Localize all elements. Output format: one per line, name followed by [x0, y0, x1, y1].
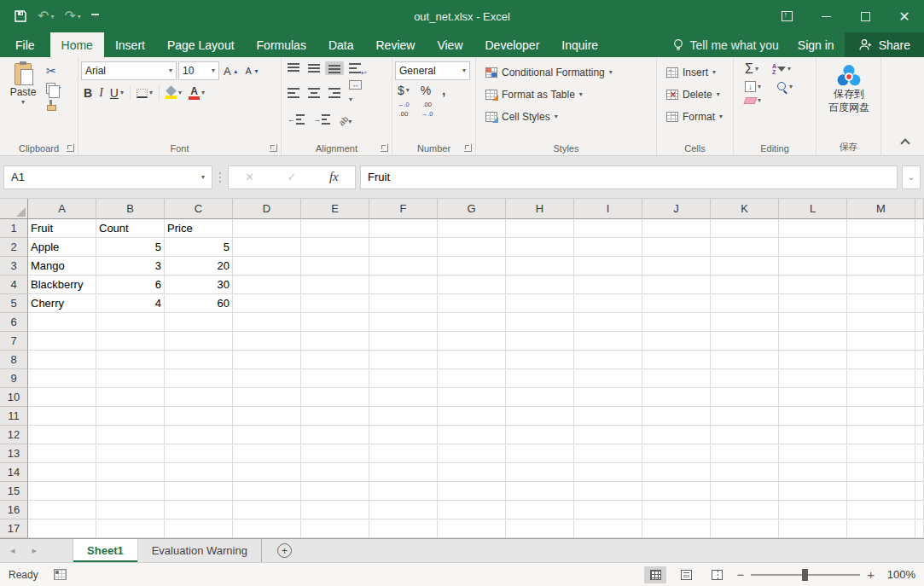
cell-I2[interactable] — [574, 238, 642, 257]
save-icon[interactable] — [14, 9, 27, 23]
cell-F17[interactable] — [369, 519, 438, 538]
column-header-M[interactable]: M — [847, 199, 915, 219]
cell-J1[interactable] — [642, 219, 711, 238]
cell-F14[interactable] — [369, 463, 438, 482]
cell-H3[interactable] — [506, 257, 574, 276]
sheet-nav-right-icon[interactable]: ▸ — [32, 545, 38, 556]
cell-F13[interactable] — [369, 444, 438, 463]
zoom-out-button[interactable]: − — [736, 568, 744, 581]
cell-E17[interactable] — [301, 519, 369, 538]
cell-M4[interactable] — [847, 276, 915, 294]
column-header-C[interactable]: C — [165, 199, 233, 219]
expand-formula-bar-button[interactable]: ⌄ — [902, 165, 921, 189]
increase-font-size-button[interactable]: A▲ — [221, 64, 241, 78]
cell-D5[interactable] — [233, 294, 301, 313]
undo-button[interactable]: ↶▾ — [38, 9, 54, 23]
cell-I17[interactable] — [574, 519, 642, 538]
cell-F4[interactable] — [369, 276, 438, 294]
sign-in-button[interactable]: Sign in — [787, 32, 845, 57]
align-right-button[interactable] — [325, 86, 344, 100]
normal-view-button[interactable] — [644, 566, 666, 583]
cell-K17[interactable] — [711, 519, 779, 538]
insert-function-icon[interactable]: fx — [329, 170, 339, 184]
cell-L16[interactable] — [779, 501, 847, 519]
cell-M16[interactable] — [847, 501, 915, 519]
cell-J15[interactable] — [642, 482, 711, 501]
cell-G6[interactable] — [438, 313, 506, 332]
zoom-level[interactable]: 100% — [883, 568, 915, 581]
column-header-L[interactable]: L — [779, 199, 847, 219]
cell-F5[interactable] — [369, 294, 438, 313]
cell-J14[interactable] — [642, 463, 711, 482]
minimize-button[interactable] — [806, 0, 846, 32]
cell-M11[interactable] — [847, 407, 915, 426]
merge-center-button[interactable]: ↔▾ — [346, 78, 365, 107]
cell-B16[interactable] — [96, 501, 165, 519]
cell-H2[interactable] — [506, 238, 574, 257]
cell-E6[interactable] — [301, 313, 369, 332]
cell-F12[interactable] — [369, 426, 438, 444]
cell-G10[interactable] — [438, 388, 506, 407]
cell-C5[interactable]: 60 — [165, 294, 233, 313]
cell-B1[interactable]: Count — [96, 219, 165, 238]
tab-formulas[interactable]: Formulas — [246, 32, 317, 57]
tab-page-layout[interactable]: Page Layout — [156, 32, 246, 57]
cell-B15[interactable] — [96, 482, 165, 501]
cell-J8[interactable] — [642, 351, 711, 369]
cell-K3[interactable] — [711, 257, 779, 276]
cell-D2[interactable] — [233, 238, 301, 257]
cell-G2[interactable] — [438, 238, 506, 257]
column-header-F[interactable]: F — [369, 199, 438, 219]
cell-A10[interactable] — [28, 388, 96, 407]
cell-I16[interactable] — [574, 501, 642, 519]
cell-A17[interactable] — [28, 519, 96, 538]
cell-A12[interactable] — [28, 426, 96, 444]
cell-F15[interactable] — [369, 482, 438, 501]
cell-M12[interactable] — [847, 426, 915, 444]
cell-D10[interactable] — [233, 388, 301, 407]
cell-M8[interactable] — [847, 351, 915, 369]
cell-G12[interactable] — [438, 426, 506, 444]
cell-I12[interactable] — [574, 426, 642, 444]
cell-C8[interactable] — [165, 351, 233, 369]
cell-K14[interactable] — [711, 463, 779, 482]
cell-F2[interactable] — [369, 238, 438, 257]
cell-K4[interactable] — [711, 276, 779, 294]
font-color-button[interactable]: A▾ — [186, 85, 207, 101]
cell-E16[interactable] — [301, 501, 369, 519]
center-button[interactable] — [305, 86, 323, 100]
cell-A6[interactable] — [28, 313, 96, 332]
share-button[interactable]: Share — [845, 32, 924, 57]
column-header-G[interactable]: G — [438, 199, 506, 219]
tell-me-box[interactable]: Tell me what you — [664, 32, 787, 57]
cell-J13[interactable] — [642, 444, 711, 463]
row-header-15[interactable]: 15 — [0, 482, 28, 501]
cell-H5[interactable] — [506, 294, 574, 313]
row-header-13[interactable]: 13 — [0, 444, 28, 463]
delete-cells-button[interactable]: Delete▾ — [664, 84, 730, 106]
cell-H7[interactable] — [506, 332, 574, 351]
cell-E12[interactable] — [301, 426, 369, 444]
bottom-align-button[interactable] — [325, 61, 344, 75]
cell-I13[interactable] — [574, 444, 642, 463]
cell-J12[interactable] — [642, 426, 711, 444]
cell-L9[interactable] — [779, 369, 847, 388]
column-header-K[interactable]: K — [711, 199, 779, 219]
cell-G14[interactable] — [438, 463, 506, 482]
cell-K7[interactable] — [711, 332, 779, 351]
cell-M17[interactable] — [847, 519, 915, 538]
cell-E7[interactable] — [301, 332, 369, 351]
tab-insert[interactable]: Insert — [104, 32, 156, 57]
cell-G4[interactable] — [438, 276, 506, 294]
cell-J11[interactable] — [642, 407, 711, 426]
cell-M14[interactable] — [847, 463, 915, 482]
row-header-10[interactable]: 10 — [0, 388, 28, 407]
cell-H1[interactable] — [506, 219, 574, 238]
cell-I4[interactable] — [574, 276, 642, 294]
cell-E14[interactable] — [301, 463, 369, 482]
row-header-9[interactable]: 9 — [0, 369, 28, 388]
macro-record-icon[interactable] — [54, 569, 67, 580]
cell-C11[interactable] — [165, 407, 233, 426]
middle-align-button[interactable] — [305, 61, 323, 75]
cell-F9[interactable] — [369, 369, 438, 388]
